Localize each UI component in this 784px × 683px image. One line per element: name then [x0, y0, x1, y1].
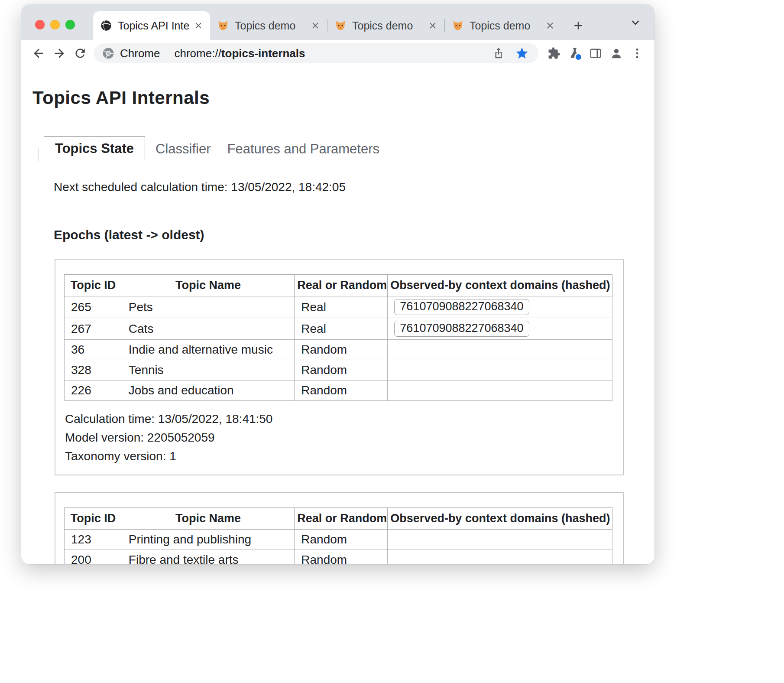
next-calculation-time: Next scheduled calculation time: 13/05/2…	[54, 180, 654, 194]
macos-close-button[interactable]	[35, 20, 45, 29]
tab-features-parameters[interactable]: Features and Parameters	[227, 137, 380, 161]
tab-close-icon[interactable]	[544, 19, 557, 32]
macos-minimize-button[interactable]	[50, 20, 60, 29]
real-or-random-cell: Real	[295, 296, 388, 318]
observed-domains-cell: 7610709088227068340	[388, 318, 612, 340]
tab-strip: Topics API Intern Topics demo	[21, 4, 654, 40]
tab-topics-state[interactable]: Topics State	[44, 136, 145, 161]
browser-tab-topics-internals[interactable]: Topics API Intern	[93, 11, 210, 40]
new-tab-button[interactable]	[567, 14, 590, 37]
toolbar: Chrome chrome://topics-internals	[21, 40, 654, 67]
observed-domain-hash: 7610709088227068340	[394, 299, 529, 315]
macos-zoom-button[interactable]	[65, 20, 75, 29]
real-or-random-cell: Random	[295, 381, 388, 401]
taxonomy-version: Taxonomy version: 1	[65, 449, 612, 463]
observed-domains-cell	[388, 340, 612, 360]
url-scheme: chrome://	[174, 47, 221, 60]
real-or-random-cell: Random	[295, 550, 388, 565]
topic-name-cell: Cats	[122, 318, 294, 340]
cat-favicon	[217, 20, 229, 32]
kebab-icon	[631, 47, 644, 60]
topic-id-cell: 267	[65, 318, 122, 340]
epochs-heading: Epochs (latest -> oldest)	[54, 228, 654, 242]
table-header-row: Topic ID Topic Name Real or Random Obser…	[65, 275, 612, 296]
forward-icon	[52, 46, 66, 60]
tab-title: Topics API Intern	[118, 20, 189, 32]
extensions-button[interactable]	[544, 43, 564, 64]
tab-title: Topics demo	[352, 20, 424, 32]
column-header-observed-by: Observed-by context domains (hashed)	[388, 508, 612, 530]
side-panel-icon	[589, 47, 602, 60]
topics-table: Topic ID Topic Name Real or Random Obser…	[64, 274, 612, 401]
topic-name-cell: Printing and publishing	[122, 530, 294, 550]
column-header-topic-id: Topic ID	[65, 275, 122, 296]
topics-table: Topic ID Topic Name Real or Random Obser…	[64, 507, 612, 564]
share-icon[interactable]	[490, 45, 507, 62]
back-icon	[32, 46, 45, 60]
bookmark-star-icon[interactable]	[513, 45, 531, 62]
url-host: topics-internals	[221, 47, 305, 60]
table-row: 36 Indie and alternative music Random	[65, 340, 612, 360]
menu-button[interactable]	[627, 43, 648, 64]
topic-id-cell: 226	[65, 381, 122, 401]
tab-close-icon[interactable]	[426, 19, 439, 32]
real-or-random-cell: Random	[295, 530, 388, 550]
chrome-logo-icon	[102, 47, 115, 60]
page-content: Topics API Internals Topics State Classi…	[21, 67, 654, 564]
column-header-real-or-random: Real or Random	[295, 508, 388, 530]
topic-name-cell: Jobs and education	[122, 381, 294, 401]
topic-name-cell: Indie and alternative music	[122, 340, 294, 360]
reload-icon	[73, 46, 87, 60]
globe-favicon	[100, 20, 112, 32]
tab-title: Topics demo	[235, 20, 306, 32]
side-panel-button[interactable]	[585, 43, 606, 64]
column-header-topic-id: Topic ID	[65, 508, 122, 530]
tab-search-chevron-icon[interactable]	[628, 15, 643, 30]
observed-domain-hash: 7610709088227068340	[394, 321, 529, 337]
column-header-topic-name: Topic Name	[122, 508, 294, 530]
table-row: 265 Pets Real 7610709088227068340	[65, 296, 612, 318]
browser-window: Topics API Intern Topics demo	[21, 4, 654, 564]
experiments-button[interactable]	[564, 43, 585, 64]
epoch-container-2: Topic ID Topic Name Real or Random Obser…	[55, 492, 624, 564]
back-button[interactable]	[28, 43, 49, 64]
observed-domains-cell	[388, 550, 612, 565]
tab-divider	[327, 19, 327, 32]
panel-tabs: Topics State Classifier Features and Par…	[39, 136, 654, 161]
profile-button[interactable]	[606, 43, 627, 64]
reload-button[interactable]	[70, 43, 91, 64]
calculation-time: Calculation time: 13/05/2022, 18:41:50	[65, 412, 612, 426]
tab-classifier[interactable]: Classifier	[156, 137, 211, 161]
table-row: 200 Fibre and textile arts Random	[65, 550, 612, 565]
column-header-topic-name: Topic Name	[122, 275, 294, 296]
topic-name-cell: Fibre and textile arts	[122, 550, 294, 565]
table-row: 267 Cats Real 7610709088227068340	[65, 318, 612, 340]
tab-title: Topics demo	[470, 20, 541, 32]
browser-tab-topics-demo-2[interactable]: Topics demo	[327, 11, 444, 40]
browser-tab-topics-demo-1[interactable]: Topics demo	[210, 11, 327, 40]
model-version: Model version: 2205052059	[65, 431, 612, 445]
topic-name-cell: Tennis	[122, 360, 294, 381]
notification-dot	[574, 53, 583, 61]
cat-favicon	[334, 20, 347, 32]
real-or-random-cell: Random	[295, 360, 388, 381]
browser-tab-topics-demo-3[interactable]: Topics demo	[445, 11, 562, 40]
tab-divider	[444, 19, 445, 32]
table-row: 226 Jobs and education Random	[65, 381, 612, 401]
address-bar[interactable]: Chrome chrome://topics-internals	[94, 43, 538, 63]
avatar-icon	[610, 47, 623, 60]
topic-name-cell: Pets	[122, 296, 294, 318]
observed-domains-cell	[388, 360, 612, 381]
macos-window-controls	[35, 20, 75, 29]
tabs-container: Topics API Intern Topics demo	[93, 4, 590, 40]
tab-close-icon[interactable]	[309, 19, 322, 32]
table-row: 328 Tennis Random	[65, 360, 612, 381]
tab-close-icon[interactable]	[192, 19, 205, 32]
omnibox-divider	[167, 48, 167, 59]
table-header-row: Topic ID Topic Name Real or Random Obser…	[65, 508, 612, 530]
forward-button[interactable]	[49, 43, 70, 64]
column-header-observed-by: Observed-by context domains (hashed)	[388, 275, 612, 296]
observed-domains-cell	[388, 381, 612, 401]
epoch-container-1: Topic ID Topic Name Real or Random Obser…	[55, 259, 624, 475]
cat-favicon	[452, 20, 464, 32]
